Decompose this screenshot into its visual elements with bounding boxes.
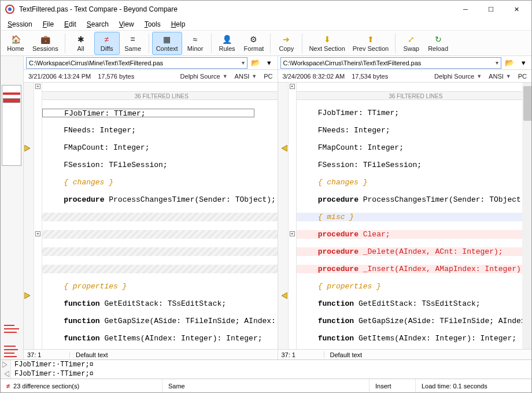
format-button[interactable]: ⚙Format [241,32,268,55]
merge-left-icon[interactable] [1,369,11,379]
close-button[interactable]: ✕ [504,1,529,17]
separator [302,34,302,53]
same-button[interactable]: =Same [120,32,146,55]
main-area: + + 36 FILTERED LINES FJobTimer: TTimer;… [1,83,531,359]
separator [65,34,65,53]
status-insert: Insert [370,379,416,392]
diff-arrow-icon[interactable] [24,292,33,299]
thumbnail-overview[interactable] [2,85,21,166]
right-dropdown-button[interactable]: ▾ [518,57,529,69]
right-arrow-gutter [278,83,289,349]
right-pane: + + 36 FILTERED LINES FJobTimer: TTimer;… [278,83,532,359]
separator [270,34,271,53]
referee-icon: 👤 [222,34,232,45]
right-lang-dropdown[interactable]: Delphi Source▼ [434,73,482,80]
next-section-button[interactable]: ⬇Next Section [305,32,348,55]
left-enc-dropdown[interactable]: ANSI▼ [235,73,257,80]
left-cursor-pos: 37: 1 [24,351,70,358]
diff-arrow-icon[interactable] [24,145,33,151]
filtered-line: 36 FILTERED LINES [297,91,532,100]
prev-section-button[interactable]: ⬆Prev Section [349,32,392,55]
left-code[interactable]: 36 FILTERED LINES FJobTimer: TTimer; FNe… [42,83,278,349]
arrow-down-icon: ⬇ [324,34,331,45]
left-pane: + + 36 FILTERED LINES FJobTimer: TTimer;… [24,83,278,359]
left-lang-dropdown[interactable]: Delphi Source▼ [180,73,228,80]
left-path-input[interactable]: C:\Workspace\Cirrus\Mine\Text\TextFilter… [26,57,247,69]
toolbar: 🏠Home 💼Sessions ✱All ≠Diffs =Same ▦Conte… [1,31,531,56]
left-dropdown-button[interactable]: ▾ [264,57,275,69]
left-path-cell: C:\Workspace\Cirrus\Mine\Text\TextFilter… [24,56,278,69]
svg-marker-7 [5,371,9,377]
right-open-button[interactable]: 📂 [504,57,515,69]
rules-button[interactable]: 👤Rules [215,32,240,55]
asterisk-icon: ✱ [77,34,84,45]
expand-icon[interactable]: + [290,231,295,236]
arrow-up-icon: ⬆ [367,34,374,45]
menu-edit[interactable]: Edit [60,19,81,29]
vertical-scrollbar[interactable] [522,83,531,349]
right-fold-gutter[interactable]: + + [289,83,297,349]
svg-point-1 [8,8,12,11]
arrow-right-icon: ➔ [283,34,290,45]
expand-icon[interactable]: + [35,84,40,89]
line-compare-top: FJobTimer:·TTimer;¤ [1,360,531,369]
reload-icon: ↻ [435,34,442,45]
context-icon: ▦ [163,34,171,45]
home-icon: 🏠 [11,34,21,45]
right-path-input[interactable]: C:\Workspace\Cirrus\Theirs\Text\TextFilt… [280,57,502,69]
left-open-button[interactable]: 📂 [250,57,261,69]
right-pane-status: 37: 1 Default text [278,349,532,359]
path-row: C:\Workspace\Cirrus\Mine\Text\TextFilter… [1,56,531,70]
left-date: 3/21/2006 4:13:24 PM [28,73,91,80]
line-compare-pane: FJobTimer:·TTimer;¤ FJobTimer:·TTimer;¤ [1,359,531,379]
left-fold-gutter[interactable]: + + [34,83,42,349]
menu-help[interactable]: Help [167,19,190,29]
maximize-button[interactable]: ☐ [478,1,504,17]
line-compare-bottom: FJobTimer:·TTimer;¤ [1,369,531,379]
svg-marker-6 [2,362,7,368]
sessions-button[interactable]: 💼Sessions [29,32,62,55]
right-date: 3/24/2006 8:32:02 AM [283,73,345,80]
all-button[interactable]: ✱All [68,32,94,55]
menu-session[interactable]: Session [3,19,37,29]
left-enc2: PC [264,73,272,80]
status-diffs: ≠23 difference section(s) [1,379,162,392]
equal-icon: = [131,34,135,45]
menu-view[interactable]: View [114,19,139,29]
minor-button[interactable]: ≈Minor [183,32,208,55]
menu-tools[interactable]: Tools [140,19,165,29]
minimize-button[interactable]: ─ [453,1,478,17]
menu-file[interactable]: File [38,19,58,29]
reload-button[interactable]: ↻Reload [424,32,452,55]
diff-arrow-icon[interactable] [279,145,287,151]
briefcase-icon: 💼 [40,34,50,45]
diffs-button[interactable]: ≠Diffs [94,32,120,55]
swap-button[interactable]: ⤢Swap [398,32,424,55]
expand-icon[interactable]: + [35,231,40,236]
info-row: 3/21/2006 4:13:24 PM 17,576 bytes Delphi… [1,70,531,83]
copy-button[interactable]: ➔Copy [274,32,299,55]
right-info: 3/24/2006 8:32:02 AM 17,534 bytes Delphi… [278,70,532,82]
expand-icon[interactable]: + [290,84,295,89]
filtered-line: 36 FILTERED LINES [42,91,278,100]
statusbar: ≠23 difference section(s) Same Insert Lo… [1,379,531,392]
not-equal-icon: ≠ [6,383,10,390]
thumbnail-gutter[interactable] [1,56,24,359]
merge-right-icon[interactable] [1,360,11,369]
home-button[interactable]: 🏠Home [3,32,28,55]
separator [149,34,149,53]
titlebar: TextFiltered.pas - Text Compare - Beyond… [1,1,531,18]
right-enc-dropdown[interactable]: ANSI▼ [489,73,511,80]
svg-marker-5 [282,292,287,299]
app-icon [5,5,14,14]
diff-arrow-icon[interactable] [279,292,287,299]
left-arrow-gutter [24,83,34,349]
menu-search[interactable]: Search [82,19,113,29]
context-button[interactable]: ▦Context [152,32,182,55]
not-equal-icon: ≠ [105,34,109,45]
right-mode: Default text [324,351,532,358]
swap-icon: ⤢ [408,34,415,45]
left-pane-status: 37: 1 Default text [24,349,278,359]
right-code[interactable]: 36 FILTERED LINES FJobTimer: TTimer; FNe… [297,83,532,349]
right-path-cell: C:\Workspace\Cirrus\Theirs\Text\TextFilt… [278,56,532,69]
